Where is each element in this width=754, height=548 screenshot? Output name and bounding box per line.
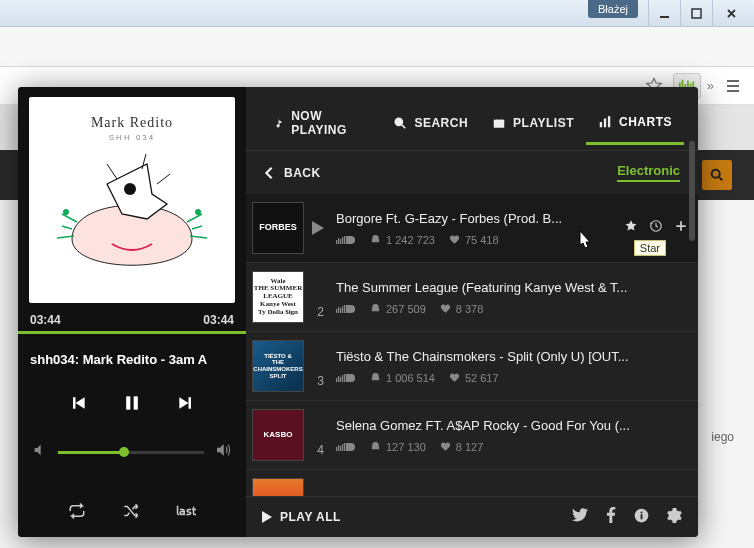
time-elapsed: 03:44 [30,313,61,327]
footer-icons [572,507,682,527]
hamburger-menu-icon[interactable] [720,73,746,99]
tab-search[interactable]: SEARCH [381,108,480,143]
minimize-button[interactable] [648,0,680,26]
track-stats: 1 242 723 75 418 [336,234,614,246]
volume-row [18,435,246,475]
svg-rect-19 [608,116,610,127]
overflow-chevron-icon[interactable]: » [707,78,714,93]
svg-rect-31 [336,378,337,382]
user-tab[interactable]: Błażej [588,0,638,18]
play-count: 1 242 723 [370,234,435,246]
next-button[interactable] [176,393,196,417]
svg-rect-36 [336,447,337,451]
shuffle-button[interactable] [122,503,140,523]
track-row[interactable]: FORBES Borgore Ft. G-Eazy - Forbes (Prod… [246,194,698,263]
content-footer: PLAY ALL [246,496,698,537]
svg-rect-42 [641,514,643,519]
svg-rect-21 [338,238,339,244]
star-button[interactable] [624,219,638,237]
svg-rect-38 [340,446,341,451]
volume-high-icon[interactable] [214,441,232,463]
tab-label: PLAYLIST [513,116,574,130]
genre-dropdown[interactable]: Electronic [617,163,680,182]
like-count: 8 378 [440,303,484,315]
svg-rect-35 [344,374,345,382]
svg-point-43 [641,511,643,513]
now-playing-title: shh034: Mark Redito - 3am A [18,344,246,375]
track-actions [624,219,688,237]
settings-gear-icon[interactable] [667,508,682,527]
maximize-button[interactable] [680,0,712,26]
star-tooltip: Star [634,240,666,256]
track-row[interactable]: SAN HOLO 5 San Holo x Father Dude - IMIS… [246,470,698,496]
track-meta: The Summer League (Featuring Kanye West … [332,280,688,315]
svg-rect-20 [336,240,337,244]
tab-now-playing[interactable]: NOW PLAYING [260,101,381,150]
volume-slider[interactable] [58,451,204,454]
svg-rect-0 [660,16,669,18]
track-list: FORBES Borgore Ft. G-Eazy - Forbes (Prod… [246,194,698,496]
soundcloud-icon [336,304,356,314]
tab-label: CHARTS [619,115,672,129]
svg-rect-24 [344,236,345,244]
time-row: 03:44 03:44 [18,309,246,331]
play-all-label: PLAY ALL [280,510,341,524]
page-search-icon[interactable] [702,160,732,190]
svg-rect-18 [604,119,606,128]
soundcloud-icon [336,373,356,383]
volume-low-icon[interactable] [32,442,48,462]
track-rank: 3 [308,374,328,392]
svg-rect-13 [134,396,138,409]
soundcloud-icon [336,442,356,452]
facebook-icon[interactable] [606,507,616,527]
back-button[interactable]: BACK [264,166,321,180]
prev-button[interactable] [68,393,88,417]
add-button[interactable] [674,219,688,237]
track-row[interactable]: TIËSTO & THE CHAINSMOKERS SPLIT 3 Tiësto… [246,332,698,401]
tab-charts[interactable]: CHARTS [586,107,684,145]
track-row[interactable]: Wale THE SUMMER LEAGUE Kanye West Ty Dol… [246,263,698,332]
track-rank: 4 [308,443,328,461]
scrollbar-thumb[interactable] [689,141,695,241]
repeat-button[interactable] [68,503,86,523]
back-label: BACK [284,166,321,180]
svg-text:𝗅𝖺𝗌𝗍: 𝗅𝖺𝗌𝗍 [176,505,196,517]
svg-rect-1 [692,9,701,18]
play-indicator-icon[interactable] [308,221,328,235]
artwork-artist: Mark Redito [52,115,212,131]
pause-button[interactable] [122,393,142,417]
close-button[interactable] [712,0,750,26]
track-row[interactable]: KASBO 4 Selena Gomez FT. A$AP Rocky - Go… [246,401,698,470]
scrollbar[interactable] [689,141,695,495]
music-extension-popup: Mark Redito SHH 034 03:44 03:44 shh034: … [18,87,698,537]
svg-point-11 [124,183,136,195]
svg-rect-22 [340,239,341,244]
svg-rect-28 [340,308,341,313]
time-duration: 03:44 [203,313,234,327]
progress-bar[interactable] [18,331,246,334]
album-artwork[interactable]: Mark Redito SHH 034 [29,97,235,303]
tabs: NOW PLAYING SEARCH PLAYLIST CHARTS [246,87,698,151]
svg-rect-34 [342,375,343,382]
svg-rect-16 [494,120,505,128]
track-title: San Holo x Father Dude - IMISSU (Radio E… [336,493,688,497]
twitter-icon[interactable] [572,508,588,526]
track-title: Borgore Ft. G-Eazy - Forbes (Prod. B... [336,211,614,226]
svg-rect-12 [126,396,130,409]
playback-controls [18,375,246,435]
like-count: 75 418 [449,234,499,246]
lastfm-button[interactable]: 𝗅𝖺𝗌𝗍 [176,503,196,523]
svg-rect-30 [344,305,345,313]
play-all-button[interactable]: PLAY ALL [262,510,341,524]
track-title: Selena Gomez FT. A$AP Rocky - Good For Y… [336,418,688,433]
info-icon[interactable] [634,508,649,527]
tab-playlist[interactable]: PLAYLIST [480,108,586,143]
tab-label: NOW PLAYING [291,109,369,137]
history-button[interactable] [649,219,663,237]
svg-point-10 [195,209,201,215]
svg-point-8 [712,170,720,178]
svg-rect-37 [338,445,339,451]
svg-rect-23 [342,237,343,244]
track-title: The Summer League (Featuring Kanye West … [336,280,688,295]
svg-rect-33 [340,377,341,382]
